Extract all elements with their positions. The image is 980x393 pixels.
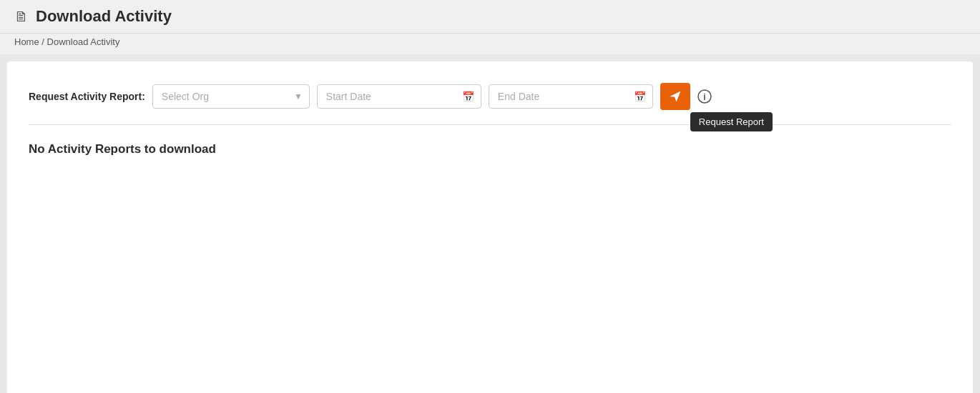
breadcrumb: Home / Download Activity [0, 34, 980, 54]
empty-state: No Activity Reports to download [29, 142, 951, 156]
top-bar: 🗎 Download Activity [0, 0, 980, 34]
info-button[interactable]: i [697, 89, 712, 104]
no-reports-message: No Activity Reports to download [29, 142, 216, 156]
send-icon [669, 90, 682, 103]
select-org-wrapper: Select Org ▼ [152, 84, 310, 109]
svg-text:i: i [703, 92, 705, 102]
report-form-row: Request Activity Report: Select Org ▼ 📅 … [29, 83, 951, 110]
report-form-label: Request Activity Report: [29, 91, 145, 102]
end-date-input[interactable] [489, 84, 653, 109]
breadcrumb-current: Download Activity [47, 36, 120, 47]
page-title: Download Activity [36, 7, 172, 26]
select-org-dropdown[interactable]: Select Org [152, 84, 310, 109]
download-activity-icon: 🗎 [14, 9, 29, 25]
end-date-wrapper: 📅 [489, 84, 653, 109]
send-report-button[interactable] [660, 83, 690, 110]
start-date-input[interactable] [317, 84, 481, 109]
divider [29, 124, 951, 125]
breadcrumb-home[interactable]: Home [14, 36, 39, 47]
start-date-wrapper: 📅 [317, 84, 481, 109]
breadcrumb-separator: / [41, 36, 44, 47]
main-content: Request Activity Report: Select Org ▼ 📅 … [7, 61, 973, 393]
info-icon-container: i Request Report [697, 89, 712, 104]
request-report-tooltip: Request Report [690, 112, 773, 131]
info-icon: i [697, 89, 712, 104]
